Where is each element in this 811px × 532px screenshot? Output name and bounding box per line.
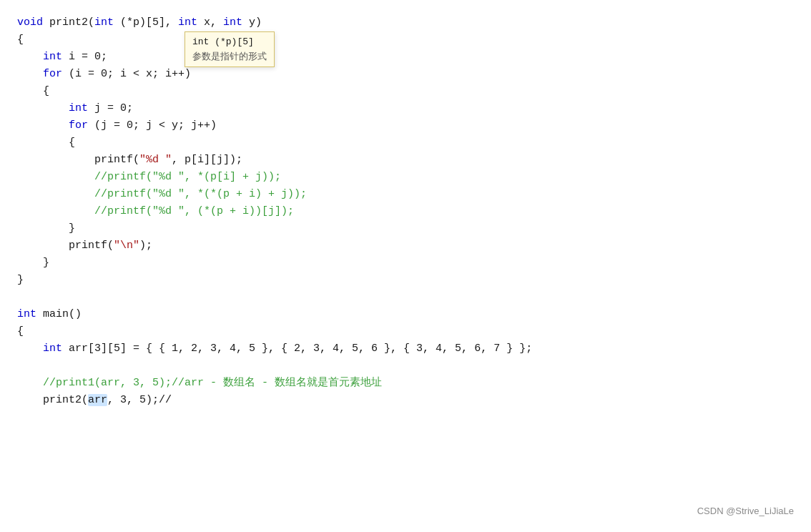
code-line: void print2(int (*p)[5], int x, int y) bbox=[17, 14, 794, 31]
code-line: //printf("%d ", (*(p + i))[j]); bbox=[17, 203, 794, 220]
code-block: void print2(int (*p)[5], int x, int y) {… bbox=[17, 14, 794, 409]
code-line: printf("%d ", p[i][j]); bbox=[17, 152, 794, 169]
code-line: int j = 0; bbox=[17, 100, 794, 117]
code-line bbox=[17, 289, 794, 306]
code-line: } bbox=[17, 272, 794, 289]
code-container: void print2(int (*p)[5], int x, int y) {… bbox=[0, 0, 811, 532]
comment: //printf("%d ", *(*(p + i) + j)); bbox=[94, 188, 307, 200]
code-line: printf("\n"); bbox=[17, 237, 794, 255]
keyword-int-2: int bbox=[178, 16, 197, 29]
keyword-int-3: int bbox=[223, 16, 242, 29]
keyword-void: void bbox=[17, 16, 43, 29]
code-line: for (i = 0; i < x; i++) bbox=[17, 66, 794, 83]
code-line: { bbox=[17, 31, 794, 49]
string-literal: "%d " bbox=[139, 154, 172, 166]
keyword-int: int bbox=[69, 102, 88, 114]
keyword-int-1: int bbox=[94, 16, 114, 29]
brand-label: CSDN @Strive_LiJiaLe bbox=[697, 504, 794, 519]
comment: //printf("%d ", *(p[i] + j)); bbox=[94, 171, 281, 183]
code-line: { bbox=[17, 83, 794, 100]
keyword-for: for bbox=[69, 119, 88, 132]
code-line: { bbox=[17, 323, 794, 340]
code-line: print2(arr, 3, 5);// bbox=[17, 392, 794, 409]
tooltip-desc: 参数是指针的形式 bbox=[192, 49, 267, 64]
comment: //print1(arr, 3, 5);//arr - 数组名 - 数组名就是首… bbox=[43, 377, 382, 389]
comment: //printf("%d ", (*(p + i))[j]); bbox=[94, 205, 294, 217]
code-line: int arr[3][5] = { { 1, 2, 3, 4, 5 }, { 2… bbox=[17, 340, 794, 358]
code-line: int main() bbox=[17, 306, 794, 323]
string-literal: "\n" bbox=[114, 240, 139, 252]
keyword-int: int bbox=[43, 343, 62, 355]
tooltip-popup: int (*p)[5] 参数是指针的形式 bbox=[185, 31, 275, 67]
code-line: } bbox=[17, 220, 794, 237]
keyword-int: int bbox=[43, 51, 62, 63]
tooltip-title: int (*p)[5] bbox=[192, 35, 267, 49]
code-line: //printf("%d ", *(*(p + i) + j)); bbox=[17, 186, 794, 203]
code-line: { bbox=[17, 134, 794, 152]
keyword-int-main: int bbox=[17, 308, 36, 320]
code-line: int i = 0; bbox=[17, 49, 794, 66]
highlighted-arr: arr bbox=[88, 394, 107, 406]
code-line: //print1(arr, 3, 5);//arr - 数组名 - 数组名就是首… bbox=[17, 375, 794, 392]
code-line bbox=[17, 358, 794, 375]
keyword-for: for bbox=[43, 68, 62, 80]
code-line: for (j = 0; j < y; j++) bbox=[17, 117, 794, 134]
code-line: } bbox=[17, 255, 794, 272]
code-line: //printf("%d ", *(p[i] + j)); bbox=[17, 169, 794, 186]
